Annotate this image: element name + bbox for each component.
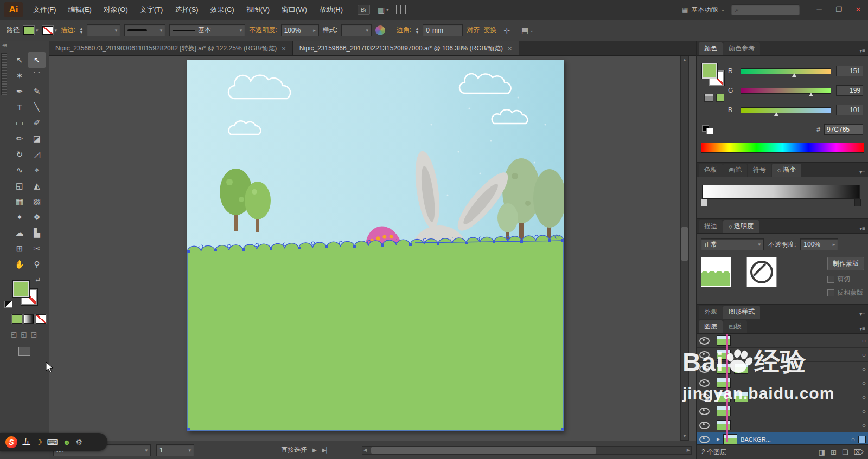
gradient-button[interactable] [24, 314, 34, 324]
corner-link[interactable]: 边角: [397, 25, 411, 35]
gradient-preview-bar[interactable] [702, 185, 860, 199]
canvas-area[interactable]: ▲ ▼ [49, 56, 696, 441]
opacity-panel-link[interactable]: 不透明度: [249, 25, 277, 35]
eyedropper-tool[interactable]: ✦ [11, 209, 28, 225]
app-logo[interactable]: Ai [4, 2, 23, 17]
menu-item[interactable]: 选择(S) [169, 0, 204, 20]
color-fill-swatch[interactable] [702, 63, 717, 79]
recolor-artwork-icon[interactable] [375, 25, 385, 35]
vertical-scrollbar[interactable]: ▲ ▼ [680, 56, 689, 441]
transform-panel-link[interactable]: 变换 [483, 25, 496, 35]
draw-inside-icon[interactable]: ◲ [31, 331, 37, 338]
moon-icon[interactable]: ☽ [35, 438, 42, 447]
sogou-logo-icon[interactable]: S [5, 436, 17, 448]
blend-tool[interactable]: ❖ [28, 209, 46, 225]
vertical-scroll-thumb[interactable] [681, 227, 688, 261]
horizontal-scroll-thumb[interactable] [371, 447, 596, 454]
color-button[interactable] [12, 314, 22, 324]
transparency-tab[interactable]: ◇透明度 [723, 220, 759, 233]
menu-item[interactable]: 编辑(E) [62, 0, 98, 20]
transparency-tab[interactable]: 描边 [699, 220, 723, 233]
expand-arrow-icon[interactable]: ▶ [717, 437, 720, 442]
hand-tool[interactable]: ✋ [11, 256, 28, 272]
scroll-left-icon[interactable]: ◀ [363, 448, 367, 452]
menu-item[interactable]: 效果(C) [205, 0, 240, 20]
user-icon[interactable]: ☻ [63, 438, 71, 447]
draw-normal-icon[interactable]: ◰ [11, 331, 17, 338]
easter-illustration[interactable] [187, 60, 564, 431]
channel-value-G[interactable]: 199 [836, 85, 863, 96]
width-tool[interactable]: ∿ [11, 162, 28, 178]
gradient-stop-right[interactable] [854, 199, 861, 206]
layer-target-icon[interactable]: ○ [862, 365, 866, 373]
transparency-opacity-select[interactable]: 100%▸ [800, 238, 838, 250]
eraser-tool[interactable]: ◪ [28, 131, 46, 146]
visibility-eye-icon[interactable] [699, 379, 710, 387]
scroll-up-icon[interactable]: ▲ [681, 56, 688, 64]
swatches-tab[interactable]: 画笔 [723, 164, 747, 177]
stroke-panel-link[interactable]: 描边: [61, 25, 75, 35]
visibility-eye-icon[interactable] [699, 337, 710, 345]
selection-overlay[interactable] [187, 235, 564, 431]
artboard-tool[interactable]: ⊞ [11, 241, 28, 256]
variable-width-profile-select[interactable]: ▾ [124, 24, 165, 36]
channel-slider-B[interactable] [741, 107, 831, 113]
menu-item[interactable]: 窗口(W) [276, 0, 313, 20]
layer-row[interactable]: ○ [697, 390, 868, 404]
layer-row[interactable]: ○ [697, 376, 868, 390]
menu-item[interactable]: 文件(F) [27, 0, 62, 20]
new-sublayer-icon[interactable]: ⊞ [831, 448, 837, 456]
swatches-tab[interactable]: 色板 [699, 164, 723, 177]
rectangle-tool[interactable]: ▭ [11, 115, 28, 131]
screen-mode-button[interactable] [18, 347, 30, 356]
menu-item[interactable]: 对象(O) [98, 0, 134, 20]
minimize-button[interactable]: ─ [809, 0, 829, 20]
gradient-tool[interactable]: ▨ [28, 193, 46, 209]
swatches-tab[interactable]: ◇渐变 [772, 164, 801, 177]
menu-item[interactable]: 视图(V) [240, 0, 276, 20]
next-artboard-icon[interactable]: ▶ [312, 447, 317, 453]
layer-row[interactable]: ▶BACKGR...○ [697, 432, 868, 444]
layer-target-icon[interactable]: ○ [862, 393, 866, 401]
object-thumbnail[interactable] [701, 257, 731, 287]
layer-row[interactable]: ○ [697, 418, 868, 432]
search-input[interactable]: ⌕ [731, 4, 800, 15]
align-panel-link[interactable]: 对齐 [467, 25, 480, 35]
web-color-swatch[interactable] [716, 94, 724, 102]
restore-button[interactable]: ❐ [829, 0, 848, 20]
layers-tab[interactable]: 图层 [699, 320, 723, 333]
close-tab-icon[interactable]: × [282, 44, 286, 53]
line-segment-tool[interactable]: ╲ [28, 99, 46, 115]
make-mask-button[interactable]: 制作蒙版 [827, 257, 864, 270]
isolate-selection-icon[interactable]: ⊹ [503, 26, 510, 35]
panel-menu-icon[interactable]: ▾≡ [858, 169, 866, 177]
opacity-select[interactable]: 100%▸ [281, 24, 319, 36]
channel-value-B[interactable]: 101 [836, 105, 863, 115]
mask-thumbnail-empty[interactable] [746, 257, 777, 287]
visibility-eye-icon[interactable] [699, 408, 710, 415]
panel-menu-icon[interactable]: ▾≡ [858, 225, 866, 233]
type-tool[interactable]: T [11, 99, 28, 115]
perspective-grid-tool[interactable]: ◭ [28, 178, 46, 193]
mixer-icon[interactable] [396, 5, 408, 14]
slice-tool[interactable]: ✂ [28, 241, 46, 256]
slider-thumb-icon[interactable] [774, 112, 778, 116]
draw-behind-icon[interactable]: ◱ [21, 331, 27, 338]
panel-menu-icon[interactable]: ▾≡ [858, 311, 866, 319]
visibility-eye-icon[interactable] [699, 436, 710, 443]
slider-thumb-icon[interactable] [792, 73, 796, 77]
zoom-tool[interactable]: ⚲ [28, 256, 46, 272]
keyboard-icon[interactable]: ⌨ [47, 438, 58, 447]
document-tab[interactable]: Nipic_23159666_20170322131520897000.ai* … [293, 41, 519, 55]
delete-layer-icon[interactable]: ⌦ [854, 448, 864, 456]
visibility-eye-icon[interactable] [699, 351, 710, 359]
panel-menu-icon[interactable]: ▾≡ [858, 48, 866, 55]
new-layer-icon[interactable]: ❏ [842, 448, 848, 456]
layer-target-icon[interactable]: ○ [862, 351, 866, 359]
swap-fill-stroke-icon[interactable]: ⇄ [36, 276, 40, 282]
curvature-tool[interactable]: ✎ [28, 83, 46, 99]
layer-row[interactable]: ○ [697, 404, 868, 418]
channel-value-R[interactable]: 151 [836, 66, 863, 76]
stroke-weight-select[interactable]: ▾ [87, 24, 120, 36]
control-options-icon[interactable]: ▤⌄ [521, 26, 534, 35]
